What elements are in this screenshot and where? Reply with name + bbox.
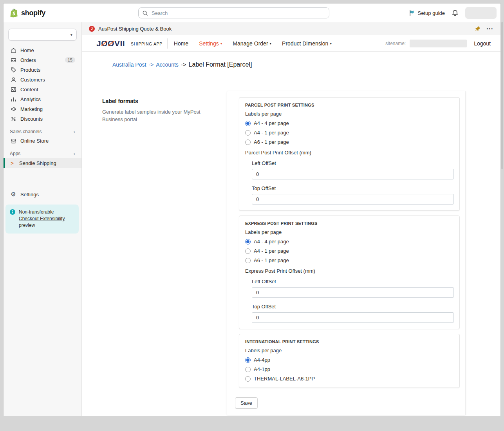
app-nav-manage-order[interactable]: Manage Order▾: [233, 40, 271, 47]
online-store-icon: [10, 138, 17, 144]
info-icon: [9, 209, 16, 229]
app-nav-home[interactable]: Home: [174, 40, 188, 47]
page-scrollbar-thumb[interactable]: [501, 22, 503, 169]
sidebar-item-label: Home: [20, 47, 34, 53]
chevron-right-icon[interactable]: ›: [73, 152, 75, 156]
parcel-a6-1pp-radio[interactable]: A6 - 1 per page: [245, 139, 289, 145]
sidebar-item-orders[interactable]: Orders 15: [7, 55, 78, 65]
breadcrumb-australia-post[interactable]: Australia Post: [112, 62, 146, 68]
parcel-a4-1pp-radio[interactable]: A4 - 1 per page: [245, 130, 289, 136]
radio-icon: [245, 239, 251, 244]
intl-a4-1pp-radio[interactable]: A4-1pp: [245, 366, 270, 372]
main-area: J AusPost Shipping Quote & Book ••• JOOV…: [82, 22, 500, 416]
radio-icon: [245, 376, 251, 382]
app-icon: J: [89, 26, 95, 32]
sidebar-item-products[interactable]: Products: [7, 65, 78, 74]
left-offset-label: Left OffSet: [252, 279, 453, 284]
sidebar-item-label: Sendle Shipping: [19, 160, 56, 166]
search-bar[interactable]: [138, 7, 329, 18]
notifications-button[interactable]: [452, 9, 459, 16]
express-left-offset-input[interactable]: [252, 287, 454, 298]
radio-icon: [245, 248, 251, 254]
sales-channels-label: Sales channels: [10, 129, 42, 134]
sidebar-item-online-store[interactable]: Online Store: [7, 136, 78, 145]
sidebar-nav: Home Orders 15 Products: [4, 45, 81, 123]
store-account-chip[interactable]: [465, 7, 497, 19]
app-nav-settings[interactable]: Settings▾: [199, 40, 222, 47]
express-post-card: EXPRESS POST PRINT SETTINGS Labels per p…: [239, 216, 460, 329]
topbar: shopify Setup guide: [4, 4, 500, 22]
sidebar-item-settings[interactable]: ⚙ Settings: [7, 190, 78, 199]
chevron-right-icon[interactable]: ›: [73, 130, 75, 134]
sidebar-item-label: Settings: [20, 192, 39, 197]
parcel-a4-4pp-radio[interactable]: A4 - 4 per page: [245, 120, 289, 126]
sidebar-item-label: Marketing: [20, 106, 43, 112]
express-a6-1pp-radio[interactable]: A6 - 1 per page: [245, 257, 289, 263]
sidebar-item-marketing[interactable]: Marketing: [7, 104, 78, 114]
sitename-label: sitename:: [385, 41, 406, 46]
chevron-down-icon: ▾: [70, 32, 72, 37]
parcel-offset-title: Parcel Post Print Offset (mm): [245, 150, 453, 156]
shipping-app-label: SHIPPING APP: [131, 42, 163, 46]
sidebar-item-label: Products: [20, 67, 40, 73]
breadcrumb-separator: ->: [148, 62, 154, 68]
breadcrumb-accounts[interactable]: Accounts: [156, 62, 179, 68]
topbar-right: Setup guide: [409, 4, 497, 22]
shopify-wordmark: shopify: [21, 9, 45, 17]
sidebar-item-discounts[interactable]: Discounts: [7, 114, 78, 123]
express-top-offset-input[interactable]: [252, 312, 454, 323]
sidebar-item-customers[interactable]: Customers: [7, 75, 78, 84]
more-options-icon[interactable]: •••: [486, 26, 493, 31]
section-intro: Label formats Generate label samples ins…: [102, 91, 220, 123]
express-a4-1pp-radio[interactable]: A4 - 1 per page: [245, 248, 289, 254]
section-description: Generate label samples inside your MyPos…: [102, 108, 207, 123]
content-icon: [10, 86, 17, 93]
store-switcher-select[interactable]: ▾: [8, 29, 77, 41]
sidebar-item-label: Content: [20, 87, 38, 92]
caret-down-icon: ▾: [220, 42, 222, 45]
intl-a4-4pp-radio[interactable]: A4-4pp: [245, 357, 270, 363]
search-input[interactable]: [151, 10, 325, 16]
express-a4-4pp-radio[interactable]: A4 - 4 per page: [245, 239, 289, 244]
radio-icon: [245, 130, 251, 136]
label-format-panel: PARCEL POST PRINT SETTINGS Labels per pa…: [227, 91, 466, 415]
section-title: Label formats: [102, 98, 220, 104]
parcel-post-card: PARCEL POST PRINT SETTINGS Labels per pa…: [239, 97, 460, 211]
apps-label: Apps: [10, 151, 20, 156]
breadcrumb: Australia Post -> Accounts -> Label Form…: [112, 61, 500, 68]
express-offset-title: Express Post Print Offset (mm): [245, 268, 453, 274]
sidebar-item-label: Online Store: [20, 138, 49, 144]
save-button[interactable]: Save: [235, 397, 258, 409]
marketing-icon: [10, 106, 17, 112]
checkout-extensibility-link[interactable]: Checkout Extensibility: [19, 216, 65, 221]
sidebar: ▾ Home Orders 15: [4, 22, 82, 416]
sidebar-item-content[interactable]: Content: [7, 85, 78, 94]
parcel-top-offset-input[interactable]: [252, 194, 454, 205]
sales-channels-section: Sales channels ›: [10, 129, 75, 134]
radio-icon: [245, 258, 251, 263]
radio-icon: [245, 367, 251, 372]
international-card: INTERNATIONAL PRINT SETTINGS Labels per …: [239, 334, 460, 388]
bell-icon: [452, 9, 459, 16]
gear-icon: ⚙: [10, 192, 17, 197]
content: Label formats Generate label samples ins…: [82, 91, 500, 415]
sidebar-item-label: Discounts: [20, 116, 43, 122]
card-heading: INTERNATIONAL PRINT SETTINGS: [245, 339, 453, 344]
customers-icon: [10, 76, 17, 83]
app-titlebar: J AusPost Shipping Quote & Book •••: [82, 22, 500, 35]
intl-thermal-radio[interactable]: THERMAL-LABEL-A6-1PP: [245, 376, 315, 382]
sidebar-item-analytics[interactable]: Analytics: [7, 94, 78, 104]
parcel-left-offset-input[interactable]: [252, 169, 454, 179]
top-offset-label: Top OffSet: [252, 185, 453, 191]
sidebar-item-home[interactable]: Home: [7, 45, 78, 55]
sidebar-item-sendle-shipping[interactable]: > Sendle Shipping: [4, 158, 81, 168]
logout-link[interactable]: Logout: [474, 40, 491, 47]
sitename-input[interactable]: [410, 40, 467, 47]
pin-icon[interactable]: [475, 26, 481, 31]
app-nav-product-dimension[interactable]: Product Dimension▾: [282, 40, 332, 47]
analytics-icon: [10, 96, 17, 103]
caret-down-icon: ▾: [270, 42, 272, 45]
shopify-logo[interactable]: shopify: [4, 8, 45, 18]
caret-down-icon: ▾: [330, 42, 332, 45]
setup-guide-button[interactable]: Setup guide: [409, 10, 445, 16]
